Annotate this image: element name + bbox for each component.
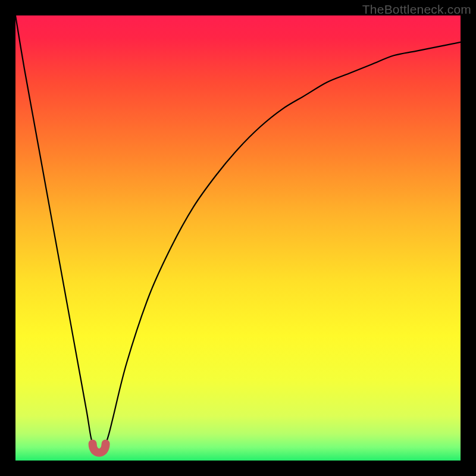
watermark-text: TheBottleneck.com bbox=[362, 2, 471, 17]
optimal-marker bbox=[15, 15, 461, 461]
plot-area bbox=[15, 15, 461, 461]
chart-frame: TheBottleneck.com bbox=[0, 0, 476, 476]
